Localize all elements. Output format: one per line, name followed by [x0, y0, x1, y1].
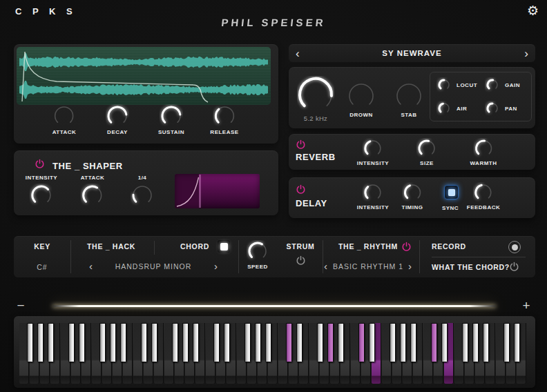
black-key-F#5[interactable] — [317, 323, 323, 362]
black-key-A#3[interactable] — [193, 323, 199, 362]
knob-dial[interactable] — [347, 81, 376, 110]
decay-knob[interactable]: DECAY — [106, 104, 129, 135]
range-plus-button[interactable]: + — [522, 298, 530, 313]
locut-knob[interactable]: LOCUT — [436, 77, 477, 92]
delay-feedback-knob[interactable]: FEEDBACK — [467, 182, 500, 210]
black-key-A#2[interactable] — [120, 323, 126, 362]
sustain-knob[interactable]: SUSTAIN — [158, 104, 184, 135]
black-key-F#6[interactable] — [390, 323, 396, 362]
knob-dial[interactable] — [394, 81, 423, 110]
black-key-F#2[interactable] — [99, 323, 106, 362]
black-key-C#5[interactable] — [358, 323, 365, 362]
black-key-A#4[interactable] — [265, 323, 271, 362]
key-value[interactable]: C# — [37, 263, 47, 271]
shaper-intensity-knob[interactable]: INTENSITY — [26, 175, 57, 207]
black-key-C#4[interactable] — [286, 323, 292, 362]
black-key-D#2[interactable] — [151, 323, 157, 362]
knob-dial[interactable] — [213, 104, 236, 128]
rhythm-next-icon[interactable]: › — [408, 261, 412, 271]
knob-dial[interactable] — [416, 138, 437, 159]
rhythm-selection[interactable]: BASIC RHYTHM 1 — [333, 262, 403, 271]
delay-intensity-knob[interactable]: INTENSITY — [357, 182, 389, 210]
black-key-F#7[interactable] — [462, 323, 468, 362]
black-key-A#6[interactable] — [410, 323, 416, 362]
knob-dial[interactable] — [30, 184, 53, 207]
knob-dial[interactable] — [436, 101, 452, 116]
black-key-C#1[interactable] — [68, 323, 75, 362]
black-key-F#1[interactable] — [27, 323, 33, 362]
hack-prev-icon[interactable]: ‹ — [89, 261, 93, 271]
what-the-chord-power-icon[interactable] — [509, 262, 519, 272]
delay-power-icon[interactable] — [296, 184, 306, 195]
reverb-power-icon[interactable] — [296, 139, 306, 150]
knob-dial[interactable] — [402, 182, 423, 203]
black-key-A#1[interactable] — [48, 323, 54, 362]
black-key-D#7[interactable] — [514, 323, 520, 362]
hack-selection[interactable]: HANDSRUP MINOR — [115, 262, 192, 271]
range-minus-button[interactable]: − — [17, 298, 24, 313]
knob-dial[interactable] — [473, 182, 494, 203]
knob-dial[interactable] — [106, 104, 129, 128]
shaper-attack-knob[interactable]: ATTACK — [81, 175, 105, 207]
knob-dial[interactable] — [52, 104, 76, 128]
knob-dial[interactable] — [247, 240, 269, 262]
knob-dial[interactable] — [363, 182, 383, 203]
black-key-C#2[interactable] — [141, 323, 147, 362]
reverb-intensity-knob[interactable]: INTENSITY — [357, 138, 389, 166]
black-key-G#1[interactable] — [37, 323, 44, 362]
black-key-G#7[interactable] — [472, 323, 479, 362]
knob-dial[interactable] — [485, 77, 500, 92]
knob-dial[interactable] — [81, 184, 104, 207]
reverb-size-knob[interactable]: SIZE — [416, 138, 437, 166]
black-key-G#6[interactable] — [400, 323, 406, 362]
black-key-G#2[interactable] — [110, 323, 116, 362]
settings-gear-icon[interactable]: ⚙ — [527, 3, 539, 19]
knob-dial[interactable] — [160, 104, 183, 128]
rhythm-prev-icon[interactable]: ‹ — [324, 261, 327, 271]
preset-next-icon[interactable]: › — [524, 48, 528, 59]
black-key-A#7[interactable] — [483, 323, 489, 362]
preset-prev-icon[interactable]: ‹ — [296, 48, 300, 59]
knob-dial[interactable] — [473, 138, 494, 159]
reverb-warmth-knob[interactable]: WARMTH — [470, 138, 497, 166]
hack-next-icon[interactable]: › — [214, 261, 218, 271]
black-key-C#3[interactable] — [213, 323, 220, 362]
key-range-slider[interactable] — [52, 305, 496, 307]
air-knob[interactable]: AIR — [436, 101, 467, 116]
black-key-C#7[interactable] — [503, 323, 510, 362]
black-key-D#4[interactable] — [296, 323, 303, 362]
release-knob[interactable]: RELEASE — [210, 104, 238, 135]
black-key-F#4[interactable] — [244, 323, 251, 362]
knob-dial[interactable] — [297, 76, 334, 113]
black-key-D#6[interactable] — [441, 323, 448, 362]
stab-knob[interactable]: STAB — [394, 81, 423, 118]
black-key-D#3[interactable] — [224, 323, 230, 362]
drown-knob[interactable]: DROWN — [347, 81, 376, 118]
knob-dial[interactable] — [436, 77, 452, 92]
strum-speed-knob[interactable]: SPEED — [247, 240, 269, 270]
preset-name[interactable]: SY NEWRAVE — [382, 49, 441, 57]
black-key-G#3[interactable] — [182, 323, 189, 362]
record-button[interactable] — [508, 241, 521, 253]
black-key-C#6[interactable] — [431, 323, 437, 362]
shaper-power-icon[interactable] — [35, 159, 45, 169]
strum-power-icon[interactable] — [296, 255, 306, 266]
black-key-G#4[interactable] — [255, 323, 261, 362]
black-key-A#5[interactable] — [338, 323, 344, 362]
delay-timing-knob[interactable]: TIMING — [402, 182, 423, 210]
rhythm-power-icon[interactable] — [401, 242, 412, 252]
knob-dial[interactable] — [485, 101, 500, 116]
knob-dial[interactable] — [131, 184, 154, 207]
attack-knob[interactable]: ATTACK — [52, 104, 77, 135]
shaper-rate-knob[interactable]: 1/4 — [131, 175, 154, 207]
chord-toggle[interactable] — [218, 240, 230, 253]
cutoff-knob[interactable]: 5.2 kHz — [297, 76, 334, 122]
gain-knob[interactable]: GAIN — [485, 77, 520, 92]
black-key-D#5[interactable] — [369, 323, 375, 362]
delay-sync-button[interactable] — [444, 185, 459, 199]
black-key-G#5[interactable] — [327, 323, 334, 362]
black-key-F#3[interactable] — [172, 323, 178, 362]
pan-knob[interactable]: PAN — [485, 101, 517, 116]
black-key-D#1[interactable] — [79, 323, 85, 362]
knob-dial[interactable] — [363, 138, 383, 159]
